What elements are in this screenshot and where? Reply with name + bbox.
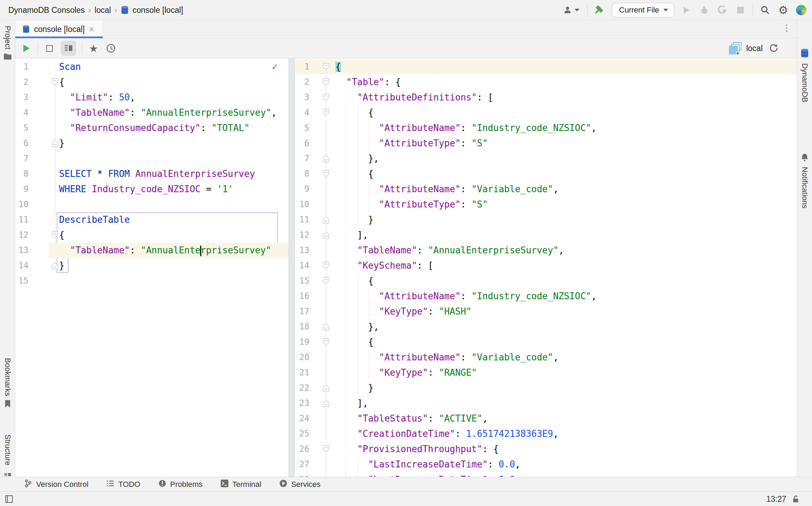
gradient-sphere-icon[interactable] bbox=[795, 4, 807, 16]
code-line[interactable]: 1{ bbox=[295, 59, 797, 74]
breadcrumb-console-file[interactable]: console [local] bbox=[132, 6, 183, 15]
refresh-icon[interactable] bbox=[768, 42, 779, 54]
code-line[interactable]: 6 "AttributeType": "S" bbox=[295, 136, 797, 151]
code-line[interactable]: 18 }, bbox=[295, 319, 797, 334]
code-line[interactable]: 15 bbox=[15, 273, 289, 288]
run-with-coverage-icon[interactable] bbox=[716, 4, 728, 16]
code-line[interactable]: 9WHERE Industry_code_NZSIOC = '1' bbox=[15, 181, 289, 197]
code-line[interactable]: 6} bbox=[15, 136, 289, 151]
code-line[interactable]: 14 "KeySchema": [ bbox=[295, 258, 797, 273]
code-line[interactable]: 12 ], bbox=[295, 227, 797, 243]
code-line[interactable]: 7 bbox=[15, 151, 289, 166]
code-line[interactable]: 9 "AttributeName": "Variable_code", bbox=[295, 181, 797, 197]
fold-marker-open[interactable] bbox=[323, 277, 330, 285]
sidebar-item-project[interactable]: Project bbox=[0, 26, 15, 62]
search-icon[interactable] bbox=[759, 4, 771, 16]
fold-marker-open[interactable] bbox=[323, 338, 330, 346]
code-line[interactable]: 5 "ReturnConsumedCapacity": "TOTAL" bbox=[15, 120, 289, 136]
tab-console-local[interactable]: console [local] × bbox=[15, 20, 103, 38]
run-icon[interactable] bbox=[680, 4, 692, 16]
star-icon[interactable]: ★ bbox=[88, 42, 99, 54]
fold-marker-close[interactable] bbox=[323, 215, 330, 224]
fold-marker-close[interactable] bbox=[323, 154, 330, 163]
code-line[interactable]: 15 { bbox=[295, 273, 797, 288]
code-line[interactable]: 3 "Limit": 50, bbox=[15, 90, 289, 105]
user-icon[interactable] bbox=[562, 4, 581, 16]
result-editor-pane[interactable]: 1{2 "Table": {3 "AttributeDefinitions": … bbox=[295, 58, 797, 477]
fold-marker-open[interactable] bbox=[51, 231, 58, 239]
code-line[interactable]: 2 "Table": { bbox=[295, 74, 797, 90]
code-line[interactable]: 2{ bbox=[15, 74, 289, 90]
code-line[interactable]: 23 ], bbox=[295, 395, 797, 411]
breadcrumb-consoles[interactable]: DynamoDB Consoles bbox=[8, 6, 85, 15]
breadcrumb-local[interactable]: local bbox=[95, 6, 111, 15]
build-hammer-icon[interactable] bbox=[594, 4, 606, 16]
code-line[interactable]: 10 bbox=[15, 197, 289, 212]
code-line[interactable]: 28 "LastDecreaseDateTime": 0.0, bbox=[295, 472, 797, 477]
code-line[interactable]: 10 "AttributeType": "S" bbox=[295, 197, 797, 212]
fold-marker-open[interactable] bbox=[323, 108, 330, 117]
code-line[interactable]: 7 }, bbox=[295, 151, 797, 166]
code-line[interactable]: 8 { bbox=[295, 166, 797, 181]
settings-gear-icon[interactable]: ⚙ bbox=[777, 4, 789, 16]
fold-marker-open[interactable] bbox=[323, 261, 330, 270]
code-line[interactable]: 19 { bbox=[295, 334, 797, 350]
fold-marker-open[interactable] bbox=[51, 78, 58, 86]
tool-window-version-control[interactable]: Version Control bbox=[24, 479, 88, 490]
stop-square-icon[interactable] bbox=[43, 42, 55, 54]
code-line[interactable]: 11 } bbox=[295, 212, 797, 227]
run-config-dropdown[interactable]: Current File bbox=[612, 3, 674, 17]
editor-splitter[interactable] bbox=[289, 58, 295, 477]
split-view-toggle-icon[interactable] bbox=[61, 41, 76, 56]
tool-window-todo[interactable]: TODO bbox=[106, 480, 140, 489]
code-line[interactable]: 5 "AttributeName": "Industry_code_NZSIOC… bbox=[295, 120, 797, 136]
stop-icon[interactable] bbox=[734, 4, 746, 16]
code-line[interactable]: 11DescribeTable bbox=[15, 212, 289, 227]
code-line[interactable]: 13 "TableName": "AnnualEnterpriseSurvey" bbox=[15, 243, 289, 258]
sidebar-item-dynamodb[interactable]: DynamoDB bbox=[797, 48, 812, 102]
tool-window-toggle-icon[interactable] bbox=[5, 495, 13, 505]
fold-marker-open[interactable] bbox=[323, 93, 330, 101]
run-query-icon[interactable] bbox=[20, 42, 32, 54]
fold-marker-open[interactable] bbox=[323, 445, 330, 453]
code-line[interactable]: 4 "TableName": "AnnualEnterpriseSurvey", bbox=[15, 105, 289, 120]
fold-marker-open[interactable] bbox=[323, 63, 330, 71]
code-line[interactable]: 3 "AttributeDefinitions": [ bbox=[295, 90, 797, 105]
tool-window-services[interactable]: Services bbox=[279, 480, 320, 489]
code-line[interactable]: 25 "CreationDateTime": 1.651742138363E9, bbox=[295, 426, 797, 441]
sidebar-item-notifications[interactable]: Notifications bbox=[797, 153, 812, 209]
close-icon[interactable]: × bbox=[89, 25, 94, 34]
code-line[interactable]: 4 { bbox=[295, 105, 797, 120]
fold-marker-close[interactable] bbox=[323, 231, 330, 239]
code-line[interactable]: 26 "ProvisionedThroughput": { bbox=[295, 441, 797, 457]
code-line[interactable]: 21 "KeyType": "RANGE" bbox=[295, 365, 797, 380]
connection-name[interactable]: local bbox=[746, 44, 763, 53]
code-line[interactable]: 16 "AttributeName": "Industry_code_NZSIO… bbox=[295, 288, 797, 304]
fold-marker-close[interactable] bbox=[51, 139, 58, 147]
kebab-menu-icon[interactable]: ⋮ bbox=[781, 23, 793, 35]
code-line[interactable]: 17 "KeyType": "HASH" bbox=[295, 304, 797, 319]
tool-window-terminal[interactable]: Terminal bbox=[221, 480, 261, 489]
code-line[interactable]: 12{ bbox=[15, 227, 289, 243]
debug-bug-icon[interactable] bbox=[698, 4, 710, 16]
code-line[interactable]: 27 "LastIncreaseDateTime": 0.0, bbox=[295, 457, 797, 472]
code-line[interactable]: 24 "TableStatus": "ACTIVE", bbox=[295, 411, 797, 426]
fold-marker-open[interactable] bbox=[323, 170, 330, 178]
fold-marker-close[interactable] bbox=[323, 399, 330, 407]
sidebar-item-bookmarks[interactable]: Bookmarks bbox=[0, 358, 15, 409]
fold-marker-close[interactable] bbox=[323, 323, 330, 331]
sidebar-item-structure[interactable]: Structure bbox=[0, 434, 15, 478]
unlock-icon[interactable] bbox=[791, 495, 800, 505]
fold-marker-open[interactable] bbox=[323, 78, 330, 86]
history-clock-icon[interactable] bbox=[105, 42, 117, 54]
query-editor-pane[interactable]: 1Scan✓2{3 "Limit": 50,4 "TableName": "An… bbox=[15, 58, 289, 477]
code-line[interactable]: 13 "TableName": "AnnualEnterpriseSurvey"… bbox=[295, 243, 797, 258]
code-line[interactable]: 14} bbox=[15, 258, 289, 273]
fold-marker-close[interactable] bbox=[323, 384, 330, 392]
fold-marker-close[interactable] bbox=[51, 261, 58, 270]
code-line[interactable]: 22 } bbox=[295, 380, 797, 395]
code-line[interactable]: 20 "AttributeName": "Variable_code", bbox=[295, 350, 797, 365]
code-line[interactable]: 8SELECT * FROM AnnualEnterpriseSurvey bbox=[15, 166, 289, 181]
code-line[interactable]: 1Scan✓ bbox=[15, 59, 289, 74]
tool-window-problems[interactable]: Problems bbox=[159, 480, 203, 489]
